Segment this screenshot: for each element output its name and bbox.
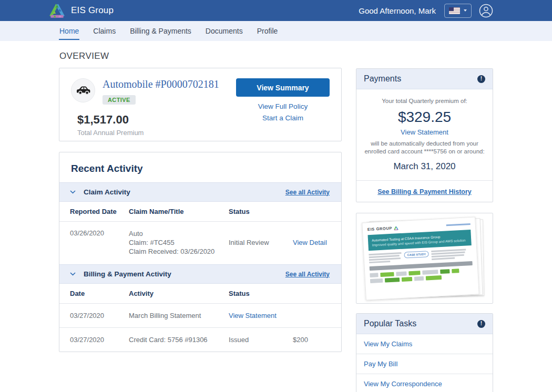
quarterly-premium-amount: $329.25 [364,109,485,126]
eis-mini-logo-icon [394,226,398,230]
column-header: Claim Name/Title [129,208,229,215]
billing-payment-history-link[interactable]: See Billing & Payment History [377,188,472,195]
info-icon[interactable]: ! [477,320,485,328]
claim-name-title: Auto Claim: #TC455 Claim Received: 03/26… [129,229,229,256]
view-statement-link[interactable]: View Statement [229,312,293,319]
billing-date: 03/27/2020 [70,312,129,319]
policy-title-link[interactable]: Automobile #P0000702181 [103,78,219,90]
billing-activity-row: 03/27/2020 March Billing Statement View … [59,304,341,328]
column-header: Date [70,290,129,297]
nav-item-claims[interactable]: Claims [93,22,116,40]
billing-status: Issued [229,336,293,344]
brand: EIS Group [49,3,114,18]
profile-avatar-icon[interactable] [479,4,493,18]
case-study-promo-card[interactable]: EIS GROUP Automated Testing at CSAA Insu… [356,213,493,304]
claim-table-header: Reported Date Claim Name/Title Status [59,202,341,222]
billing-activity-section-title: Billing & Payment Activity [84,270,171,278]
promo-text-placeholder [369,252,402,263]
total-annual-premium-label: Total Annual Premium [77,129,219,137]
promo-brand-text: EIS GROUP [367,226,392,232]
claim-line: Claim Received: 03/26/2020 [129,247,229,256]
task-pay-my-bill[interactable]: Pay My Bill [356,354,493,374]
chevron-down-icon [70,190,76,194]
total-annual-premium-amount: $1,517.00 [77,113,219,127]
recent-activity-title: Recent Activity [59,152,341,182]
payments-deduction-text: will be automatically deducted from your… [364,140,485,156]
promo-banner: Automated Testing at CSAA Insurance Grou… [368,230,472,251]
case-study-badge: CASE STUDY [404,251,429,258]
task-view-my-claims[interactable]: View My Claims [356,334,493,354]
payments-view-statement-link[interactable]: View Statement [364,128,485,136]
billing-table-header: Date Activity Status [59,284,341,304]
billing-see-all-activity-link[interactable]: See all Activity [285,271,330,278]
nav-item-documents[interactable]: Documents [205,22,243,40]
eis-logo-icon [49,3,65,18]
nav-item-billing-payments[interactable]: Billing & Payments [129,22,192,40]
page-title: OVERVIEW [59,51,342,61]
chevron-down-icon [70,272,76,276]
language-selector[interactable] [444,4,472,18]
promo-brand: EIS GROUP [367,225,398,232]
promo-text-placeholder [432,249,467,260]
claim-activity-row: 03/26/2020 Auto Claim: #TC455 Claim Rece… [59,222,341,264]
nav-item-home[interactable]: Home [59,22,79,40]
nav-item-profile[interactable]: Profile [257,22,279,40]
billing-amount: $200 [293,336,331,344]
popular-tasks-title: Popular Tasks [364,319,416,328]
case-study-paper: EIS GROUP Automated Testing at CSAA Insu… [362,216,479,300]
automobile-icon [71,78,95,102]
popular-tasks-header: Popular Tasks ! [356,314,493,334]
view-detail-link[interactable]: View Detail [293,239,331,246]
claim-line: Auto [129,229,229,238]
payments-deduction-date: March 31, 2020 [364,161,485,172]
brand-name: EIS Group [71,5,114,16]
promo-top-link-bar [446,223,471,226]
policy-status-badge: ACTIVE [103,95,136,105]
claim-see-all-activity-link[interactable]: See all Activity [285,189,330,196]
main-navigation: Home Claims Billing & Payments Documents… [0,21,552,41]
policy-summary-card: Automobile #P0000702181 ACTIVE $1,517.00… [59,68,342,141]
top-header-bar: EIS Group Good Afternoon, Mark [0,0,552,21]
caret-down-icon [464,9,467,12]
column-header: Reported Date [70,208,129,215]
payments-intro-text: Your total Quarterly premium of: [364,98,485,104]
payments-title: Payments [364,74,401,84]
claim-reported-date: 03/26/2020 [70,229,129,237]
us-flag-icon [449,7,460,14]
claim-status: Initial Review [229,239,293,246]
column-header: Status [229,208,293,215]
promo-diagram-blocks [370,267,473,283]
start-a-claim-link[interactable]: Start a Claim [236,114,330,122]
greeting-text: Good Afternoon, Mark [359,6,436,15]
billing-date: 03/27/2020 [70,336,129,344]
claim-activity-section-header[interactable]: Claim Activity See all Activity [59,182,341,202]
view-summary-button[interactable]: View Summary [236,78,330,97]
column-header: Status [229,290,293,297]
task-view-my-correspondence[interactable]: View My Correspondence [356,374,493,392]
payments-card-header: Payments ! [356,69,493,89]
billing-activity: March Billing Statement [129,312,229,319]
view-full-policy-link[interactable]: View Full Policy [236,102,330,110]
billing-activity: Credit Card: 5756 #91306 [129,336,229,344]
popular-tasks-card: Popular Tasks ! View My Claims Pay My Bi… [356,313,493,392]
info-icon[interactable]: ! [477,75,485,83]
claim-line: Claim: #TC455 [129,238,229,247]
billing-activity-row: 03/27/2020 Credit Card: 5756 #91306 Issu… [59,328,341,352]
recent-activity-card: Recent Activity Claim Activity See all A… [59,152,342,352]
billing-activity-section-header[interactable]: Billing & Payment Activity See all Activ… [59,264,341,284]
claim-activity-section-title: Claim Activity [84,188,130,196]
column-header: Activity [129,290,229,297]
payments-card: Payments ! Your total Quarterly premium … [356,68,493,202]
